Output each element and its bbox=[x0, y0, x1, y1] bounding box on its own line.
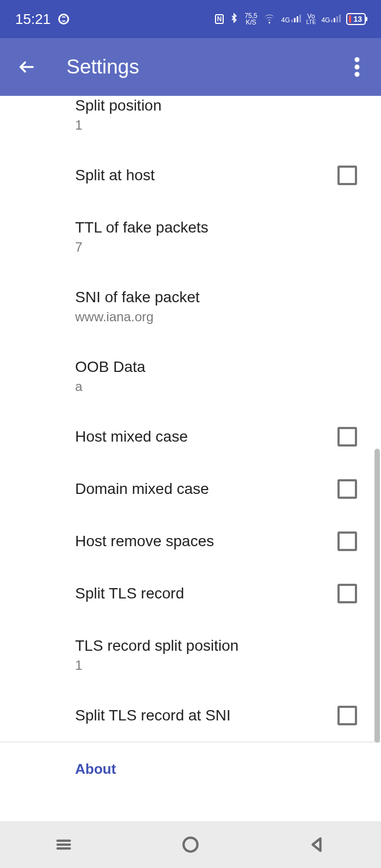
network-speed: 75,5 K/S bbox=[244, 13, 257, 26]
system-nav-bar bbox=[0, 821, 381, 868]
checkbox[interactable] bbox=[337, 479, 357, 499]
svg-point-2 bbox=[355, 72, 360, 77]
pref-title: TTL of fake packets bbox=[75, 218, 366, 237]
checkbox[interactable] bbox=[337, 427, 357, 447]
page-title: Settings bbox=[66, 56, 139, 78]
pref-domain-mixed-case[interactable]: Domain mixed case bbox=[0, 463, 381, 515]
checkbox[interactable] bbox=[337, 166, 357, 185]
pref-title: Split TLS record at SNI bbox=[75, 706, 327, 725]
app-bar: Settings bbox=[0, 38, 381, 96]
pref-value: www.iana.org bbox=[75, 309, 366, 325]
pref-value: a bbox=[75, 379, 366, 394]
checkbox[interactable] bbox=[337, 706, 357, 725]
pref-host-remove-spaces[interactable]: Host remove spaces bbox=[0, 515, 381, 567]
checkbox[interactable] bbox=[337, 531, 357, 551]
volte-icon: Vo LTE bbox=[306, 13, 316, 25]
nfc-icon: N bbox=[215, 14, 224, 24]
pref-title: Split position bbox=[75, 96, 366, 115]
pref-title: TLS record split position bbox=[75, 636, 366, 656]
wifi-icon bbox=[263, 13, 276, 26]
settings-list: Split position 1 Split at host TTL of fa… bbox=[0, 96, 381, 821]
pref-split-tls-record[interactable]: Split TLS record bbox=[0, 567, 381, 620]
overflow-menu-button[interactable] bbox=[348, 56, 366, 78]
pref-title: SNI of fake packet bbox=[75, 288, 366, 307]
pref-ttl-fake-packets[interactable]: TTL of fake packets 7 bbox=[0, 201, 381, 271]
svg-point-1 bbox=[355, 65, 360, 70]
pref-value: 7 bbox=[75, 240, 366, 255]
pref-split-position[interactable]: Split position 1 bbox=[0, 96, 381, 149]
signal-1: 4G bbox=[281, 15, 301, 23]
pref-title: Split at host bbox=[75, 166, 327, 185]
pref-tls-split-position[interactable]: TLS record split position 1 bbox=[0, 620, 381, 689]
pref-sni-fake-packet[interactable]: SNI of fake packet www.iana.org bbox=[0, 271, 381, 341]
about-header: About bbox=[75, 761, 366, 778]
clock-text: 15:21 bbox=[15, 11, 51, 28]
signal-2: 4G bbox=[321, 15, 341, 23]
pref-value: 1 bbox=[75, 118, 366, 133]
pref-oob-data[interactable]: OOB Data a bbox=[0, 341, 381, 411]
pref-value: 1 bbox=[75, 658, 366, 673]
nav-recent-button[interactable] bbox=[53, 834, 75, 855]
battery-indicator: 13 bbox=[346, 13, 366, 25]
pref-title: Domain mixed case bbox=[75, 479, 327, 499]
svg-point-6 bbox=[183, 838, 198, 852]
scrollbar[interactable] bbox=[374, 449, 380, 743]
back-button[interactable] bbox=[15, 56, 38, 78]
checkbox[interactable] bbox=[337, 584, 357, 603]
pref-title: Split TLS record bbox=[75, 584, 327, 603]
section-about[interactable]: About bbox=[0, 742, 381, 794]
svg-point-0 bbox=[355, 57, 360, 62]
pref-title: Host remove spaces bbox=[75, 531, 327, 551]
bluetooth-icon bbox=[229, 12, 239, 27]
nav-back-button[interactable] bbox=[306, 834, 328, 855]
pref-split-at-host[interactable]: Split at host bbox=[0, 149, 381, 201]
status-bar: 15:21 N 75,5 K/S 4G bbox=[0, 0, 381, 38]
pref-title: OOB Data bbox=[75, 357, 366, 377]
compass-icon bbox=[58, 14, 69, 25]
pref-title: Host mixed case bbox=[75, 427, 327, 447]
pref-host-mixed-case[interactable]: Host mixed case bbox=[0, 411, 381, 463]
pref-split-tls-at-sni[interactable]: Split TLS record at SNI bbox=[0, 689, 381, 742]
nav-home-button[interactable] bbox=[180, 834, 201, 855]
